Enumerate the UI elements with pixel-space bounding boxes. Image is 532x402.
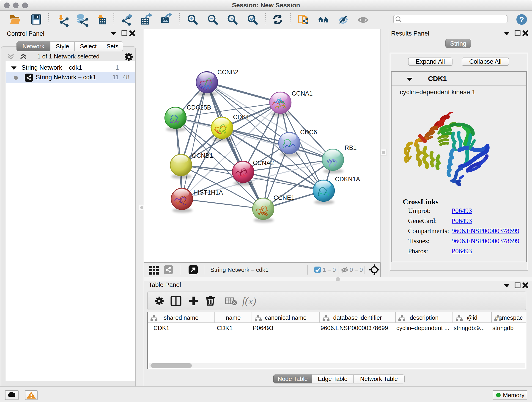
- svg-text:CDC6: CDC6: [300, 129, 317, 136]
- svg-text:HIST1H1A: HIST1H1A: [193, 189, 223, 196]
- svg-text:CCNA2: CCNA2: [253, 160, 274, 166]
- svg-text:?: ?: [519, 15, 524, 24]
- svg-text:CCNB2: CCNB2: [217, 69, 239, 76]
- svg-text:CDC25B: CDC25B: [187, 104, 211, 111]
- svg-text:CCNE1: CCNE1: [273, 194, 295, 201]
- svg-text:CCNA1: CCNA1: [292, 90, 313, 97]
- svg-text:RB1: RB1: [345, 144, 357, 151]
- svg-text:CCNB1: CCNB1: [192, 152, 213, 159]
- svg-text:1 – 0: 1 – 0: [323, 266, 336, 273]
- svg-text:CDKN1A: CDKN1A: [335, 176, 360, 183]
- svg-text:f(x): f(x): [242, 295, 256, 307]
- svg-text:0 – 0: 0 – 0: [350, 266, 363, 273]
- svg-text:String Network – cdk1: String Network – cdk1: [210, 266, 268, 273]
- svg-text:CDK1: CDK1: [233, 114, 249, 121]
